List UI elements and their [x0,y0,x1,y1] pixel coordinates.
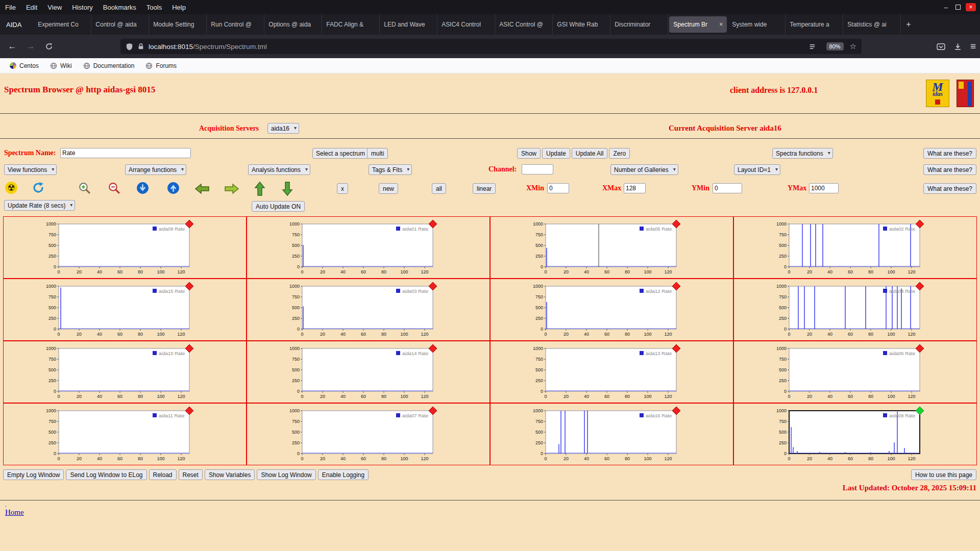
menu-hamburger-icon[interactable]: ≡ [970,41,976,52]
what-are-these-button-1[interactable]: What are these? [923,148,976,159]
xmin-input[interactable] [547,183,569,193]
spectra-functions-dropdown[interactable]: Spectra functions [772,148,833,159]
home-link[interactable]: Home [5,508,24,517]
spectrum-name-input[interactable] [60,148,191,158]
chart-cell-aida16-rate[interactable]: 02505007501000020406080100120aida16 Rate [490,403,733,465]
tab-gsi-white-rab[interactable]: GSI White Rab [553,14,610,35]
analysis-functions-dropdown[interactable]: Analysis functions [248,164,310,175]
arrow-up-icon[interactable] [254,181,265,197]
menu-history[interactable]: History [67,0,97,14]
url-bar[interactable]: localhost:8015/Spectrum/Spectrum.tml 80%… [120,39,862,54]
number-of-galleries-dropdown[interactable]: Number of Galleries [610,164,678,175]
downloads-icon[interactable] [953,42,962,51]
arrow-left-icon[interactable] [194,183,210,194]
maximize-button[interactable] [955,5,961,10]
menu-bookmarks[interactable]: Bookmarks [98,0,141,14]
chart-cell-aida07-rate[interactable]: 02505007501000020406080100120aida07 Rate [247,403,490,465]
tab-system-wide[interactable]: System wide [728,14,786,35]
reload-button[interactable]: Reload [149,469,177,480]
chart-cell-aida08-rate[interactable]: 02505007501000020406080100120aida08 Rate [733,403,977,465]
lock-icon[interactable] [137,43,144,50]
arrow-down-icon[interactable] [282,181,293,197]
channel-input[interactable] [522,164,553,174]
close-button[interactable]: × [966,3,976,11]
new-tab-button[interactable]: + [901,20,916,29]
forward-button[interactable]: → [22,35,39,58]
bookmark-wiki[interactable]: Wiki [44,58,78,73]
tab-run-control[interactable]: Run Control @ [207,14,264,35]
ymax-input[interactable] [809,183,839,193]
menu-edit[interactable]: Edit [21,0,42,14]
menu-help[interactable]: Help [167,0,191,14]
menu-file[interactable]: File [0,0,21,14]
tab-options-aida[interactable]: Options @ aida [264,14,322,35]
tab-temperature-a[interactable]: Temperature a [786,14,843,35]
enable-logging-button[interactable]: Enable Logging [318,469,369,480]
tab-module-setting[interactable]: Module Setting [149,14,207,35]
linear-button[interactable]: linear [473,183,496,194]
show-button[interactable]: Show [517,148,541,159]
chart-cell-aida14-rate[interactable]: 02505007501000020406080100120aida14 Rate [247,341,490,403]
show-variables-button[interactable]: Show Variables [205,469,255,480]
tags-fits-dropdown[interactable]: Tags & Fits [369,164,412,175]
auto-update-button[interactable]: Auto Update ON [252,201,305,212]
reset-button[interactable]: Reset [179,469,203,480]
chart-cell-aida13-rate[interactable]: 02505007501000020406080100120aida13 Rate [490,341,733,403]
radiation-icon[interactable]: ☢ [5,182,17,194]
shield-icon[interactable] [126,43,133,51]
tab-discriminator[interactable]: Discriminator [610,14,668,35]
chart-cell-aida11-rate[interactable]: 02505007501000020406080100120aida11 Rate [3,403,247,465]
tab-asic-control[interactable]: ASIC Control @ [495,14,553,35]
bookmark-documentation[interactable]: Documentation [78,58,140,73]
tab-close-icon[interactable]: × [719,21,723,28]
chart-cell-aida02-rate[interactable]: 02505007501000020406080100120aida02 Rate [733,216,977,279]
menu-view[interactable]: View [42,0,67,14]
tab-control-aida[interactable]: Control @ aida [91,14,149,35]
send-log-window-to-elog-button[interactable]: Send Log Window to ELog [66,469,146,480]
chart-cell-aida01-rate[interactable]: 02505007501000020406080100120aida01 Rate [247,216,490,279]
how-to-use-button[interactable]: How to use this page [911,469,976,480]
x-button[interactable]: x [337,183,348,194]
chart-cell-aida12-rate[interactable]: 02505007501000020406080100120aida12 Rate [490,279,733,341]
reload-button[interactable] [41,35,57,58]
menu-tools[interactable]: Tools [141,0,167,14]
tab-statistics-ai[interactable]: Statistics @ ai [843,14,901,35]
zero-button[interactable]: Zero [609,148,630,159]
zoom-out-icon[interactable] [107,181,121,195]
what-are-these-button-3[interactable]: What are these? [923,183,976,194]
view-functions-dropdown[interactable]: View functions [4,164,57,175]
tab-fadc-align[interactable]: FADC Align & [322,14,380,35]
new-button[interactable]: new [379,183,398,194]
chart-cell-aida06-rate[interactable]: 02505007501000020406080100120aida06 Rate [733,341,977,403]
show-log-window-button[interactable]: Show Log Window [257,469,315,480]
bookmark-centos[interactable]: Centos [4,58,44,73]
scroll-up-icon[interactable] [166,181,180,195]
chart-cell-aida03-rate[interactable]: 02505007501000020406080100120aida03 Rate [247,279,490,341]
tab-spectrum-br[interactable]: Spectrum Br× [669,16,727,33]
empty-log-window-button[interactable]: Empty Log Window [3,469,64,480]
select-a-spectrum-dropdown[interactable]: Select a spectrum [312,148,375,159]
update-all-button[interactable]: Update All [572,148,608,159]
acquisition-server-select[interactable]: aida16 [267,123,299,134]
chart-cell-aida10-rate[interactable]: 02505007501000020406080100120aida10 Rate [3,341,247,403]
tab-asic4-control[interactable]: ASIC4 Control [437,14,495,35]
chart-cell-aida09-rate[interactable]: 02505007501000020406080100120aida09 Rate [3,216,247,279]
layout-id-dropdown[interactable]: Layout ID=1 [734,164,780,175]
minimize-button[interactable]: – [941,4,950,11]
update-button[interactable]: Update [542,148,570,159]
bookmark-star-icon[interactable]: ☆ [850,42,856,51]
xmax-input[interactable] [624,183,646,193]
arrow-right-icon[interactable] [224,183,240,194]
all-button[interactable]: all [432,183,446,194]
chart-cell-aida15-rate[interactable]: 02505007501000020406080100120aida15 Rate [3,279,247,341]
chart-cell-aida05-rate[interactable]: 02505007501000020406080100120aida05 Rate [490,216,733,279]
what-are-these-button-2[interactable]: What are these? [923,164,976,175]
tab-led-and-wave[interactable]: LED and Wave [380,14,437,35]
update-rate-dropdown[interactable]: Update Rate (8 secs) [4,200,75,211]
institute-logo[interactable] [957,80,974,107]
ymin-input[interactable] [713,183,742,193]
bookmark-forums[interactable]: Forums [140,58,182,73]
zoom-level-badge[interactable]: 80% [826,42,844,51]
zoom-in-icon[interactable] [78,181,91,195]
back-button[interactable]: ← [4,35,20,58]
